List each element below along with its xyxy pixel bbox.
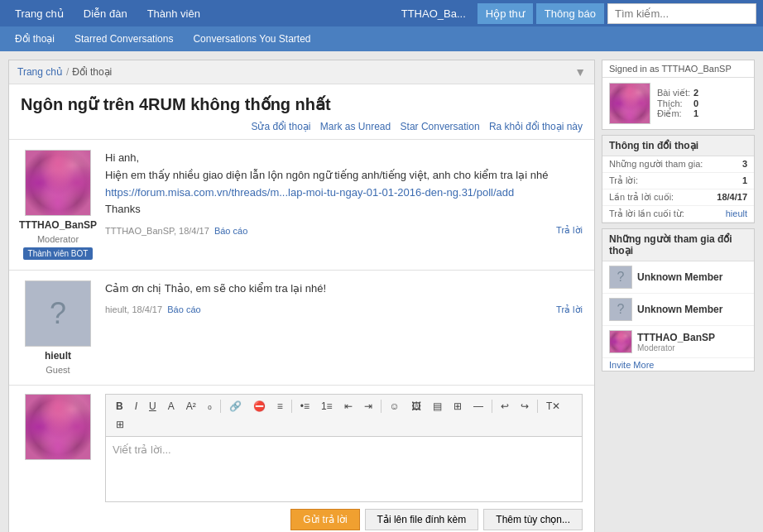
- info-value-1: 1: [742, 175, 747, 186]
- participant-info-1: Unknown Member: [637, 304, 722, 315]
- toolbar-underline[interactable]: U: [144, 398, 161, 415]
- info-label-3: Trả lời lần cuối từ:: [609, 208, 684, 219]
- message-text-1: Hi anh, Hiện em thấy nhiều giao diện lẫn…: [105, 150, 583, 218]
- more-options-button[interactable]: Thêm tùy chọn...: [483, 509, 583, 530]
- toolbar-media[interactable]: ▤: [428, 398, 447, 415]
- right-panel: Signed in as TTTHAO_BanSP Bài viết: 2 Th…: [602, 60, 755, 532]
- stat-value-0: 2: [693, 88, 698, 98]
- msg2-report[interactable]: Báo cáo: [167, 304, 200, 314]
- toolbar-undo[interactable]: ↩: [496, 398, 514, 415]
- nav-members[interactable]: Thành viên: [139, 2, 209, 25]
- sub-navigation: Đổi thoại Starred Conversations Conversa…: [0, 26, 763, 51]
- editor-textarea[interactable]: Viết trả lời...: [105, 436, 583, 502]
- attach-file-button[interactable]: Tải lên file đính kèm: [365, 509, 479, 530]
- toolbar-sep-2: [291, 400, 292, 413]
- top-nav-links: Trang chủ Diễn đàn Thành viên: [7, 2, 209, 25]
- sub-nav-links: Đổi thoại Starred Conversations Conversa…: [7, 29, 319, 49]
- toolbar-sep-4: [492, 400, 492, 413]
- participant-info-2: TTTHAO_BanSP Moderator: [637, 332, 715, 352]
- center-panel: Trang chủ / Đổi thoại ▼ Ngôn ngữ trên 4R…: [8, 60, 595, 532]
- toolbar-link[interactable]: 🔗: [224, 398, 247, 415]
- notify-button[interactable]: Thông báo: [536, 3, 604, 24]
- author-name-1[interactable]: TTTHAO_BanSP: [19, 219, 97, 231]
- author-name-2[interactable]: hieult: [45, 350, 71, 362]
- nav-home[interactable]: Trang chủ: [7, 2, 72, 25]
- leave-conversation-link[interactable]: Ra khỏi đổi thoại này: [489, 121, 583, 132]
- toolbar-font-color[interactable]: A: [163, 398, 180, 415]
- participant-name-2[interactable]: TTTHAO_BanSP: [637, 332, 715, 343]
- edit-conversation-link[interactable]: Sửa đổi thoại: [251, 121, 310, 132]
- participant-row-2: TTTHAO_BanSP Moderator: [602, 326, 754, 358]
- info-value-2: 18/4/17: [717, 192, 747, 203]
- participant-row-0: ? Unknown Member: [602, 261, 754, 294]
- toolbar-clear[interactable]: T✕: [541, 398, 565, 415]
- toolbar-font-size[interactable]: A²: [181, 398, 201, 415]
- search-input[interactable]: [607, 3, 756, 24]
- participant-name-1[interactable]: Unknown Member: [637, 304, 722, 315]
- info-label-1: Trả lời:: [609, 175, 638, 186]
- msg1-line3: https://forum.misa.com.vn/threads/m...la…: [105, 185, 583, 202]
- message-link-1[interactable]: https://forum.misa.com.vn/threads/m...la…: [105, 186, 514, 199]
- conv-info-header: Thông tin đổi thoại: [602, 136, 754, 156]
- breadcrumb-current: Đổi thoại: [72, 66, 112, 78]
- invite-more-link[interactable]: Invite More: [602, 355, 660, 375]
- nav-forum[interactable]: Diễn đàn: [75, 2, 136, 25]
- stat-value-1: 0: [693, 98, 698, 108]
- message-meta-2: hieult, 18/4/17 Báo cáo Trả lời: [105, 304, 583, 315]
- toolbar-ol[interactable]: 1≡: [316, 398, 338, 415]
- toolbar-indent-less[interactable]: ⇤: [339, 398, 358, 415]
- toolbar-image[interactable]: 🖼: [406, 398, 426, 415]
- msg2-reply[interactable]: Trả lời: [556, 304, 583, 315]
- participant-avatar-2: [609, 330, 632, 353]
- participant-info-0: Unknown Member: [637, 271, 722, 283]
- sub-nav-started[interactable]: Conversations You Started: [185, 29, 319, 49]
- editor-block: B I U A A² ₀ 🔗 ⛔ ≡ •≡ 1≡ ⇤ ⇥: [9, 385, 594, 532]
- thread-title: Ngôn ngữ trên 4RUM không thống nhất: [9, 84, 594, 119]
- msg1-report[interactable]: Báo cáo: [214, 226, 247, 236]
- info-row-1: Trả lời: 1: [602, 173, 754, 189]
- toolbar-ul[interactable]: •≡: [295, 398, 314, 415]
- participant-role-2: Moderator: [637, 343, 715, 352]
- toolbar-redo[interactable]: ↪: [516, 398, 534, 415]
- breadcrumb-home[interactable]: Trang chủ: [17, 66, 63, 78]
- star-conversation-link[interactable]: Star Conversation: [401, 121, 480, 132]
- action-links: Sửa đổi thoại Mark as Unread Star Conver…: [9, 119, 594, 139]
- top-navigation: Trang chủ Diễn đàn Thành viên TTHAO_Ba..…: [0, 0, 763, 26]
- participant-name-0[interactable]: Unknown Member: [637, 271, 722, 283]
- toolbar-sep-5: [537, 400, 538, 413]
- msg1-line4: Thanks: [105, 201, 583, 218]
- conversation-info-box: Thông tin đổi thoại Những người tham gia…: [602, 135, 755, 223]
- toolbar-align[interactable]: ≡: [272, 398, 288, 415]
- mark-unread-link[interactable]: Mark as Unread: [320, 121, 391, 132]
- sub-nav-starred[interactable]: Starred Conversations: [66, 29, 181, 49]
- toolbar-source[interactable]: ⊞: [111, 416, 129, 433]
- main-wrapper: Trang chủ / Đổi thoại ▼ Ngôn ngữ trên 4R…: [0, 51, 763, 532]
- info-label-0: Những người tham gia:: [609, 159, 703, 170]
- inbox-button[interactable]: Hộp thư: [477, 3, 533, 24]
- send-reply-button[interactable]: Gửi trả lời: [290, 509, 359, 530]
- editor-footer: Gửi trả lời Tải lên file đính kèm Thêm t…: [105, 509, 583, 530]
- toolbar-indent-more[interactable]: ⇥: [359, 398, 377, 415]
- stat-row-2: Điểm: 1: [657, 108, 698, 119]
- msg1-line2: Hiện em thấy nhiều giao diện lẫn lộn ngô…: [105, 167, 583, 185]
- signed-in-flower: [610, 84, 650, 123]
- stat-row-0: Bài viết: 2: [657, 88, 698, 98]
- message-content-1: Hi anh, Hiện em thấy nhiều giao diện lẫn…: [105, 150, 583, 260]
- msg1-date: TTTHAO_BanSP, 18/4/17: [105, 226, 209, 236]
- toolbar-table[interactable]: ⊞: [449, 398, 467, 415]
- msg1-reply[interactable]: Trả lời: [556, 225, 583, 236]
- current-username: TTHAO_Ba...: [393, 2, 474, 25]
- info-value-3[interactable]: hieult: [726, 208, 747, 219]
- breadcrumb: Trang chủ / Đổi thoại ▼: [9, 60, 594, 84]
- toolbar-subscript[interactable]: ₀: [203, 398, 217, 415]
- toolbar-italic[interactable]: I: [130, 398, 142, 415]
- signed-in-avatar: [609, 83, 650, 124]
- toolbar-hr[interactable]: —: [468, 398, 488, 415]
- collapse-icon[interactable]: ▼: [574, 65, 586, 79]
- toolbar-emoji[interactable]: ☺: [385, 398, 405, 415]
- sub-nav-conversations[interactable]: Đổi thoại: [7, 29, 63, 49]
- signed-in-stats: Bài viết: 2 Thích: 0 Điểm: 1: [657, 88, 698, 119]
- editor-avatar-flower: [26, 395, 90, 459]
- toolbar-bold[interactable]: B: [111, 398, 128, 415]
- toolbar-unlink[interactable]: ⛔: [248, 398, 271, 415]
